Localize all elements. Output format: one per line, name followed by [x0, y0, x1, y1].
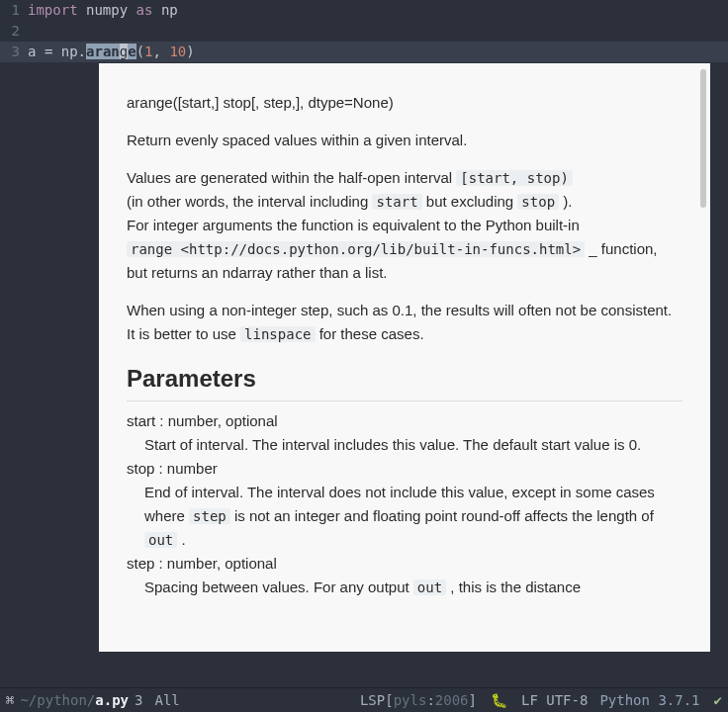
doc-param: step : number, optional Spacing between …	[127, 552, 682, 599]
python-icon: ⌘	[6, 692, 14, 708]
code-literal: step	[189, 508, 230, 524]
line-number: 3	[0, 42, 28, 62]
doc-parameters-heading: Parameters	[127, 360, 682, 401]
python-version: Python 3.7.1	[599, 692, 699, 708]
code-literal: range <http://docs.python.org/lib/built-…	[127, 241, 585, 257]
code-literal: start	[372, 194, 421, 210]
code-line[interactable]: 3a = np.arange(1, 10)	[0, 42, 728, 62]
code-line[interactable]: 2	[0, 21, 728, 42]
code-literal: linspace	[240, 326, 315, 342]
documentation-tooltip: arange([start,] stop[, step,], dtype=Non…	[99, 63, 710, 652]
code-literal: [start, stop)	[456, 170, 573, 186]
check-icon: ✔	[714, 692, 722, 708]
cursor-line: 3	[135, 692, 142, 708]
encoding-status: LF UTF-8	[521, 692, 588, 708]
scroll-position: All	[154, 692, 179, 708]
file-path: ~/python/a.py	[20, 692, 129, 708]
tooltip-scrollbar[interactable]	[700, 69, 706, 208]
line-number: 1	[0, 0, 28, 21]
doc-paragraph: Values are generated within the half-ope…	[127, 166, 682, 285]
doc-param: stop : number End of interval. The inter…	[127, 457, 682, 552]
doc-paragraph: When using a non-integer step, such as 0…	[127, 299, 682, 346]
code-line[interactable]: 1import numpy as np	[0, 0, 728, 21]
doc-summary: Return evenly spaced values within a giv…	[127, 129, 682, 152]
code-content[interactable]: a = np.arange(1, 10)	[28, 42, 195, 62]
lsp-status: LSP[pyls:2006]	[360, 692, 477, 708]
code-literal: stop	[517, 194, 559, 210]
status-line: ⌘ ~/python/a.py 3 All LSP[pyls:2006] 🐛 L…	[0, 687, 728, 712]
doc-param: start : number, optional Start of interv…	[127, 409, 682, 457]
doc-signature: arange([start,] stop[, step,], dtype=Non…	[127, 91, 682, 115]
code-content[interactable]: import numpy as np	[28, 0, 178, 21]
code-literal: out	[413, 579, 446, 595]
bug-icon[interactable]: 🐛	[491, 692, 507, 708]
line-number: 2	[0, 21, 28, 42]
code-literal: out	[144, 532, 177, 548]
